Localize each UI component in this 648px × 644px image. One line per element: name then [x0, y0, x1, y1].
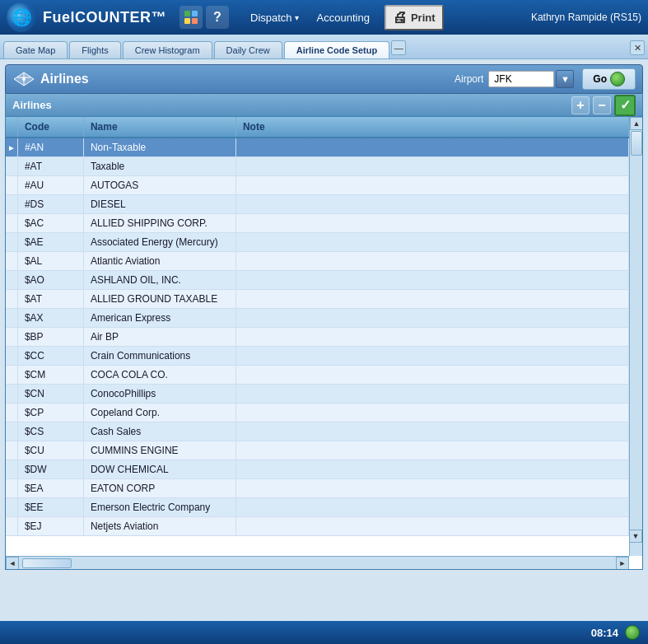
- row-code: $AO: [17, 271, 83, 290]
- help-icon: ?: [213, 10, 221, 25]
- scroll-down-button[interactable]: ▼: [629, 530, 642, 543]
- grid-icon-box[interactable]: [179, 6, 203, 29]
- tab-flights-label: Flights: [82, 45, 108, 55]
- airlines-table: Code Name Note ►#ANNon-Taxable#ATTaxable…: [6, 117, 629, 536]
- airport-dropdown-button[interactable]: ▼: [556, 70, 574, 88]
- airlines-panel-title: Airlines: [40, 72, 455, 86]
- table-row[interactable]: $ATALLIED GROUND TAXABLE: [6, 290, 629, 309]
- horizontal-scrollbar[interactable]: ◄ ►: [6, 556, 629, 569]
- table-body: ►#ANNon-Taxable#ATTaxable#AUAUTOGAS#DSDI…: [6, 138, 629, 536]
- help-icon-box[interactable]: ?: [206, 6, 229, 29]
- print-icon: 🖨: [393, 9, 408, 26]
- row-code: $AC: [17, 214, 83, 233]
- vertical-scroll-thumb[interactable]: [631, 131, 642, 156]
- window-minimize-button[interactable]: —: [391, 40, 406, 55]
- table-row[interactable]: $CMCOCA COLA CO.: [6, 366, 629, 385]
- table-row[interactable]: $CNConocoPhillips: [6, 385, 629, 404]
- row-note: [235, 138, 628, 157]
- table-row[interactable]: $EEEmerson Electric Company: [6, 498, 629, 517]
- confirm-button[interactable]: ✓: [614, 95, 636, 116]
- horizontal-scroll-thumb[interactable]: [22, 558, 72, 568]
- scroll-right-button[interactable]: ►: [616, 557, 629, 570]
- row-code: #AU: [17, 176, 83, 195]
- title-bar: 🌐 FuelCOUNTER™ ? Dispatch ▾ Accounting 🖨…: [0, 0, 648, 35]
- go-label: Go: [593, 73, 607, 85]
- table-row[interactable]: $CCCrain Communications: [6, 347, 629, 366]
- zoom-out-button[interactable]: −: [593, 96, 611, 114]
- row-code: $BP: [17, 328, 83, 347]
- table-row[interactable]: $EAEATON CORP: [6, 479, 629, 498]
- dispatch-menu-item[interactable]: Dispatch ▾: [242, 8, 307, 27]
- col-header-indicator: [6, 117, 17, 138]
- scroll-left-button[interactable]: ◄: [6, 557, 19, 570]
- scroll-left-icon: ◄: [9, 559, 16, 567]
- table-row[interactable]: $CPCopeland Corp.: [6, 404, 629, 422]
- table-row[interactable]: $DWDOW CHEMICAL: [6, 460, 629, 479]
- row-note: [235, 309, 628, 328]
- row-name: ASHLAND OIL, INC.: [83, 271, 235, 290]
- table-row[interactable]: $AEAssociated Energy (Mercury): [6, 233, 629, 252]
- color-grid-icon: [184, 11, 198, 24]
- table-row[interactable]: $ACALLIED SHIPPING CORP.: [6, 214, 629, 233]
- dropdown-arrow-icon: ▼: [561, 74, 570, 84]
- table-row[interactable]: $AOASHLAND OIL, INC.: [6, 271, 629, 290]
- table-row[interactable]: ►#ANNon-Taxable: [6, 138, 629, 157]
- row-indicator-cell: [6, 157, 17, 176]
- user-info: Kathryn Rampide (RS15): [531, 12, 641, 23]
- row-note: [235, 517, 628, 536]
- section-title: Airlines: [12, 99, 52, 111]
- tabs-bar: Gate Map Flights Crew Histogram Daily Cr…: [0, 35, 648, 59]
- row-name: Atlantic Aviation: [83, 252, 235, 271]
- table-row[interactable]: #DSDIESEL: [6, 195, 629, 214]
- row-note: [235, 176, 628, 195]
- minimize-icon: —: [394, 43, 403, 53]
- scroll-up-button[interactable]: ▲: [630, 117, 643, 130]
- tab-airline-code-setup[interactable]: Airline Code Setup: [284, 41, 389, 58]
- row-note: [235, 366, 628, 385]
- row-indicator-cell: [6, 441, 17, 460]
- table-row[interactable]: $CUCUMMINS ENGINE: [6, 441, 629, 460]
- table-row[interactable]: $BPAir BP: [6, 328, 629, 347]
- tab-daily-crew[interactable]: Daily Crew: [214, 41, 282, 58]
- row-code: #DS: [17, 195, 83, 214]
- scroll-down-icon: ▼: [632, 532, 640, 540]
- row-note: [235, 460, 628, 479]
- row-name: American Express: [83, 309, 235, 328]
- vertical-scrollbar[interactable]: ▲ ▼: [629, 117, 642, 556]
- zoom-in-button[interactable]: +: [571, 96, 590, 114]
- row-name: Cash Sales: [83, 422, 235, 441]
- window-close-button[interactable]: ✕: [630, 40, 645, 55]
- row-name: DOW CHEMICAL: [83, 460, 235, 479]
- row-code: $CM: [17, 366, 83, 385]
- row-indicator-cell: [6, 252, 17, 271]
- row-note: [235, 479, 628, 498]
- print-button[interactable]: 🖨 Print: [385, 5, 444, 30]
- table-row[interactable]: $AXAmerican Express: [6, 309, 629, 328]
- row-indicator-cell: [6, 347, 17, 366]
- tab-crew-histogram[interactable]: Crew Histogram: [123, 41, 212, 58]
- row-indicator-cell: [6, 328, 17, 347]
- table-row[interactable]: $CSCash Sales: [6, 422, 629, 441]
- airport-input[interactable]: [488, 71, 554, 87]
- row-name: AUTOGAS: [83, 176, 235, 195]
- scroll-right-icon: ►: [619, 559, 627, 567]
- tab-airline-code-setup-label: Airline Code Setup: [296, 45, 377, 55]
- data-table-wrapper: Code Name Note ►#ANNon-Taxable#ATTaxable…: [5, 117, 643, 570]
- tab-gate-map-label: Gate Map: [16, 45, 55, 55]
- airlines-plane-icon: [12, 69, 35, 89]
- table-row[interactable]: #ATTaxable: [6, 157, 629, 176]
- go-button[interactable]: Go: [582, 68, 636, 90]
- dispatch-label: Dispatch: [250, 12, 292, 24]
- table-row[interactable]: $ALAtlantic Aviation: [6, 252, 629, 271]
- row-code: $CC: [17, 347, 83, 366]
- row-indicator-cell: [6, 479, 17, 498]
- tab-gate-map[interactable]: Gate Map: [3, 41, 68, 58]
- row-name: DIESEL: [83, 195, 235, 214]
- col-header-note: Note: [235, 117, 628, 138]
- row-indicator-cell: [6, 422, 17, 441]
- table-row[interactable]: $EJNetjets Aviation: [6, 517, 629, 536]
- table-row[interactable]: #AUAUTOGAS: [6, 176, 629, 195]
- accounting-menu-item[interactable]: Accounting: [309, 8, 378, 27]
- row-indicator-cell: [6, 176, 17, 195]
- tab-flights[interactable]: Flights: [69, 41, 120, 58]
